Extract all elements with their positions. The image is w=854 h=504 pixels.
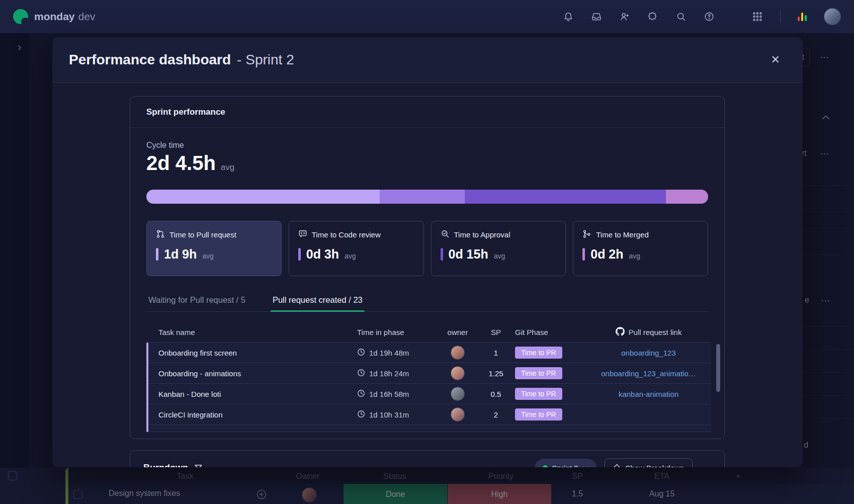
owner-avatar [451,346,465,360]
phase-metrics: Time to Pull request 1d 9h avg Time to C… [146,221,708,276]
user-avatar[interactable] [824,8,841,25]
owner-avatar [451,366,465,380]
owner-avatar [451,387,465,401]
time-in-phase: 1d 10h 31m [369,410,409,419]
brand-name: monday [34,11,75,23]
phase-tabs: Waiting for Pull request / 5 Pull reques… [146,291,708,312]
progress-segment-approval [465,190,666,204]
metric-unit: avg [494,252,505,260]
brand-product: dev [78,11,96,23]
modal-title: Performance dashboard [69,52,231,68]
cycle-time-value: 2d 4.5h [146,152,216,175]
metric-label: Time to Approval [454,230,510,239]
table-row-clipped [146,425,711,432]
metric-accent-bar [582,248,585,261]
close-icon[interactable]: ✕ [771,54,780,65]
metric-value: 0d 15h [449,247,488,262]
metric-label: Time to Pull request [169,230,236,239]
metric-value: 0d 3h [306,247,339,262]
metric-unit: avg [629,252,641,260]
sprint-performance-card: Sprint performance Cycle time 2d 4.5h av… [130,96,725,439]
sprint-status-dot [543,465,548,467]
time-in-phase: 1d 19h 48m [369,349,409,357]
sprint-selector-button[interactable]: Sprint 2 [535,459,597,467]
header-pull-request-link: Pull request link [629,328,682,337]
table-scrollbar [716,343,720,432]
header-sp: SP [477,328,515,337]
tab-waiting-for-pull-request[interactable]: Waiting for Pull request / 5 [146,291,247,311]
tab-pull-request-created[interactable]: Pull request created / 23 [271,291,365,311]
top-bar: monday dev [0,0,854,33]
table-row[interactable]: Kanban - Done loti 1d 16h 58m 0.5 Time t… [146,384,711,404]
task-name: Onboarding first screen [146,349,357,357]
header-task-name: Task name [146,328,357,337]
sp-value: 1.25 [477,369,515,378]
pull-request-link[interactable]: kanban-animation [619,390,678,398]
sp-value: 1 [477,349,515,357]
owner-avatar [451,407,465,422]
sprint-selector-label: Sprint 2 [552,464,578,468]
task-name: CircleCI integration [146,410,357,419]
more-options-button[interactable]: ⋯ [701,462,711,467]
performance-dashboard-modal: Performance dashboard - Sprint 2 ✕ Sprin… [52,37,803,467]
cycle-time-block: Cycle time 2d 4.5h avg [146,141,708,175]
metric-unit: avg [345,252,356,260]
table-row[interactable]: CircleCI integration 1d 10h 31m 2 Time t… [146,404,711,425]
product-chart-icon[interactable] [798,12,807,21]
clock-icon [357,369,365,378]
search-icon[interactable] [675,11,687,22]
header-owner: owner [439,328,477,337]
progress-segment-merged [666,190,708,204]
time-in-phase: 1d 18h 24m [369,369,409,378]
screen: t ⋯ rt ⋯ e ⋯ d Task Owner Status Priorit… [0,0,854,504]
metric-label: Time to Code review [312,230,381,239]
inbox-icon[interactable] [591,11,602,22]
git-merge-icon [582,229,591,240]
sp-value: 0.5 [477,390,515,398]
metric-label: Time to Merged [596,230,648,239]
tasks-table: Task name Time in phase owner SP Git Pha… [146,322,711,432]
sp-value: 2 [477,410,515,419]
show-breakdown-button[interactable]: Show Breakdown [605,458,693,467]
git-phase-badge: Time to PR [515,388,562,400]
topbar-divider [780,10,781,23]
apps-marketplace-icon[interactable] [647,11,658,22]
filter-icon[interactable] [194,464,203,468]
clock-icon [357,389,365,399]
task-name: Kanban - Done loti [146,390,357,398]
pull-request-link[interactable]: onboarding_123 [621,349,675,357]
invite-members-icon[interactable] [619,11,630,22]
metric-value: 0d 2h [590,247,623,262]
help-icon[interactable] [704,11,715,22]
task-name: Onboarding - animations [146,369,357,378]
metric-time-to-approval[interactable]: Time to Approval 0d 15h avg [431,221,566,276]
monday-logo-icon[interactable] [13,9,28,24]
metric-accent-bar [441,248,443,261]
card-title: Sprint performance [130,97,724,128]
burndown-title: Burndown [143,463,188,468]
header-time-in-phase: Time in phase [357,328,439,337]
product-switcher-grid-icon[interactable] [752,11,763,22]
metric-accent-bar [298,248,301,261]
notifications-bell-icon[interactable] [563,11,574,22]
cycle-time-label: Cycle time [146,141,708,150]
chevron-down-icon [582,464,588,468]
metric-accent-bar [156,248,158,261]
header-git-phase: Git Phase [515,328,586,337]
cycle-time-unit: avg [221,162,234,173]
table-row[interactable]: Onboarding first screen 1d 19h 48m 1 Tim… [146,343,711,363]
metric-time-to-merged[interactable]: Time to Merged 0d 2h avg [573,221,708,276]
code-review-icon [298,229,307,240]
metric-value: 1d 9h [164,247,197,262]
pull-request-link[interactable]: onboarding_123_animatio… [601,369,696,378]
table-row[interactable]: Onboarding - animations 1d 18h 24m 1.25 … [146,363,711,384]
git-phase-badge: Time to PR [515,408,562,421]
metric-time-to-code-review[interactable]: Time to Code review 0d 3h avg [289,221,424,276]
burndown-card: Burndown Sprint 2 Show Breakdown [130,450,725,467]
clock-icon [357,348,365,358]
scrollbar-thumb[interactable] [716,344,720,392]
metric-time-to-pull-request[interactable]: Time to Pull request 1d 9h avg [146,221,282,276]
show-breakdown-label: Show Breakdown [625,464,684,468]
table-header-row: Task name Time in phase owner SP Git Pha… [146,322,711,342]
modal-header: Performance dashboard - Sprint 2 ✕ [52,37,803,83]
